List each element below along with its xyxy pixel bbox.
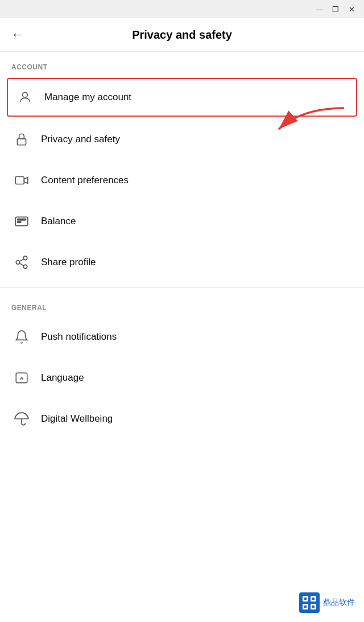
svg-rect-3 <box>15 177 24 184</box>
general-section-label: GENERAL <box>0 293 364 316</box>
svg-point-7 <box>23 256 27 260</box>
svg-rect-21 <box>312 605 315 608</box>
manage-account-label: Manage my account <box>44 92 131 103</box>
svg-rect-6 <box>17 221 21 223</box>
language-icon: A <box>11 368 32 388</box>
watermark-logo <box>299 592 320 613</box>
svg-point-8 <box>16 261 20 265</box>
header: ← Privacy and safety <box>0 18 364 52</box>
language-label: Language <box>41 372 84 384</box>
balance-icon <box>11 211 32 232</box>
share-icon <box>11 252 32 273</box>
svg-rect-19 <box>312 598 315 600</box>
svg-text:A: A <box>19 375 23 381</box>
content-preferences-label: Content preferences <box>41 175 129 186</box>
lock-icon <box>11 129 32 150</box>
svg-rect-20 <box>304 605 307 608</box>
watermark-label: 鼎品软件 <box>323 598 355 608</box>
language-item[interactable]: A Language <box>0 357 364 398</box>
push-notifications-item[interactable]: Push notifications <box>0 316 364 357</box>
svg-rect-2 <box>17 139 26 145</box>
svg-rect-5 <box>17 219 26 220</box>
general-section: GENERAL Push notifications A Language Di… <box>0 293 364 439</box>
account-section-label: ACCOUNT <box>0 52 364 76</box>
back-button[interactable]: ← <box>11 27 24 42</box>
close-button[interactable]: ✕ <box>344 3 359 15</box>
page-title: Privacy and safety <box>33 28 331 42</box>
person-icon <box>15 87 35 108</box>
svg-line-11 <box>19 259 23 261</box>
share-profile-label: Share profile <box>41 257 96 268</box>
svg-point-9 <box>23 265 27 269</box>
digital-wellbeing-item[interactable]: Digital Wellbeing <box>0 398 364 439</box>
svg-rect-18 <box>304 598 307 600</box>
content-preferences-item[interactable]: Content preferences <box>0 160 364 201</box>
minimize-button[interactable]: — <box>312 3 328 15</box>
bell-icon <box>11 327 32 347</box>
svg-point-0 <box>23 92 28 97</box>
watermark: 鼎品软件 <box>299 592 355 613</box>
balance-item[interactable]: Balance <box>0 201 364 242</box>
title-bar: — ❐ ✕ <box>0 0 364 18</box>
push-notifications-label: Push notifications <box>41 331 117 343</box>
umbrella-icon <box>11 409 32 429</box>
privacy-safety-label: Privacy and safety <box>41 134 120 145</box>
share-profile-item[interactable]: Share profile <box>0 242 364 283</box>
balance-label: Balance <box>41 216 76 227</box>
video-icon <box>11 170 32 191</box>
section-divider <box>0 287 364 288</box>
maximize-button[interactable]: ❐ <box>328 3 344 15</box>
digital-wellbeing-label: Digital Wellbeing <box>41 413 113 425</box>
account-section: ACCOUNT Manage my account <box>0 52 364 283</box>
manage-account-item[interactable]: Manage my account <box>7 78 357 117</box>
privacy-safety-item[interactable]: Privacy and safety <box>0 119 364 160</box>
svg-line-10 <box>19 263 23 266</box>
